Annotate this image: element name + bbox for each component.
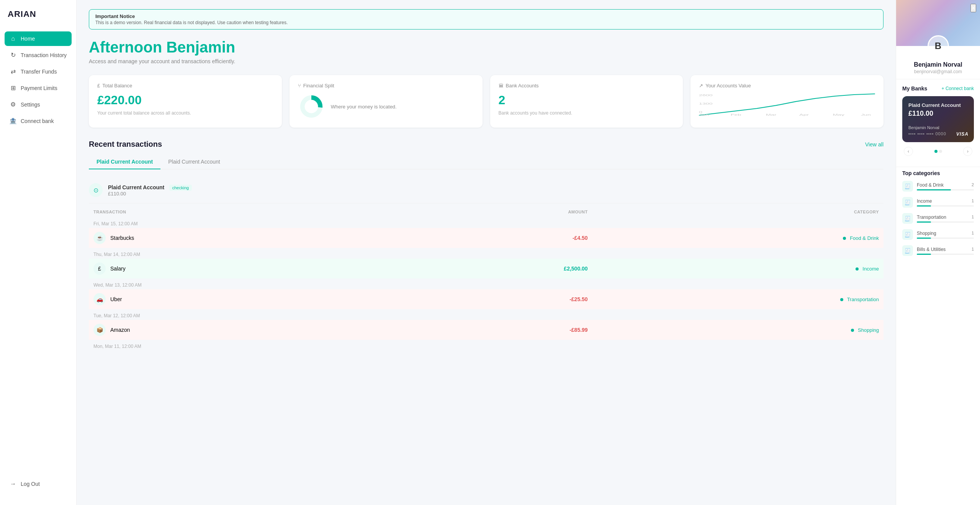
carousel-controls: ‹ › (902, 147, 974, 161)
table-row[interactable]: £ Salary £2,500.00 Income (89, 259, 883, 279)
transaction-table: TRANSACTION AMOUNT CATEGORY Fri, Mar 15,… (89, 207, 883, 351)
tx-item-name: Starbucks (110, 235, 134, 241)
svg-text:Feb: Feb (731, 113, 741, 116)
category-count: 1 (972, 198, 974, 204)
tx-category: Income (592, 259, 883, 279)
tx-name-cell: ☕ Starbucks (93, 232, 387, 244)
category-info: Food & Drink 2 (917, 182, 974, 190)
category-name: Bills & Utilities 1 (917, 247, 974, 252)
category-bar (917, 254, 931, 255)
category-bar (917, 205, 931, 207)
table-row[interactable]: ☕ Starbucks -£4.50 Food & Drink (89, 228, 883, 248)
category-icon: 🧾 (902, 197, 913, 208)
account-badge: checking (169, 185, 192, 191)
bank-accounts-card: 🏛 Bank Accounts 2 Bank accounts you have… (490, 75, 683, 128)
sidebar-item-connect-bank[interactable]: 🏦 Connect bank (5, 113, 72, 128)
date-group-row: Wed, Mar 13, 12:00 AM (89, 279, 883, 289)
cat-label: Food & Drink (850, 235, 879, 241)
total-balance-desc: Your current total balance across all ac… (97, 110, 273, 116)
sidebar-item-home[interactable]: ⌂ Home (5, 31, 72, 46)
profile-email: benjinorval@gmail.com (902, 69, 974, 74)
tx-amount: -£4.50 (392, 228, 592, 248)
sidebar-item-label: Home (21, 36, 35, 42)
category-label: Income (917, 198, 932, 204)
category-info: Transportation 1 (917, 215, 974, 223)
category-bar-bg (917, 205, 974, 207)
carousel-dots (934, 150, 942, 153)
avatar: B (928, 35, 949, 57)
account-header: ⊙ Plaid Current Account checking £110.00 (89, 177, 883, 203)
financial-split-title: ⑂ Financial Split (298, 83, 474, 89)
category-name: Income 1 (917, 198, 974, 204)
list-item: 🧾 Food & Drink 2 (902, 181, 974, 192)
close-button[interactable]: × (970, 4, 976, 12)
dot-1 (934, 150, 937, 153)
settings-icon: ⚙ (9, 101, 17, 108)
cat-dot (851, 329, 854, 332)
col-category: CATEGORY (592, 207, 883, 217)
category-info: Income 1 (917, 198, 974, 207)
carousel-prev[interactable]: ‹ (904, 147, 913, 156)
category-bar-bg (917, 238, 974, 239)
category-icon: 🧾 (902, 245, 913, 256)
notice-description: This is a demo version. Real financial d… (95, 20, 877, 25)
sidebar-item-settings[interactable]: ⚙ Settings (5, 97, 72, 112)
summary-cards: £ Total Balance £220.00 Your current tot… (89, 75, 883, 128)
category-name: Food & Drink 2 (917, 182, 974, 188)
date-group-row: Tue, Mar 12, 12:00 AM (89, 309, 883, 320)
sidebar-item-payment-limits[interactable]: ⊞ Payment Limits (5, 80, 72, 95)
total-balance-title: £ Total Balance (97, 83, 273, 89)
tab-plaid-current-1[interactable]: Plaid Current Account (89, 155, 160, 169)
svg-text:0: 0 (699, 111, 702, 114)
profile-name: Benjamin Norval (902, 61, 974, 68)
sidebar-item-label: Transfer Funds (21, 69, 57, 75)
bank-card-balance: £110.00 (908, 110, 968, 118)
tx-item-name: Uber (110, 296, 122, 302)
limits-icon: ⊞ (9, 84, 17, 92)
table-row[interactable]: 📦 Amazon -£85.99 Shopping (89, 320, 883, 340)
svg-text:Apr: Apr (799, 113, 809, 116)
greeting-name: Benjamin (166, 39, 235, 56)
tx-name-cell: 🚗 Uber (93, 293, 387, 305)
col-transaction: TRANSACTION (89, 207, 392, 217)
category-count: 2 (972, 182, 974, 188)
trend-icon: ↗ (699, 83, 703, 89)
connect-bank-button[interactable]: + Connect bank (942, 86, 974, 91)
table-row[interactable]: 🚗 Uber -£25.50 Transportation (89, 289, 883, 309)
category-label: Shopping (917, 231, 936, 236)
important-notice: Important Notice This is a demo version.… (89, 9, 883, 30)
tx-name-cell: £ Salary (93, 262, 387, 275)
tx-name-cell: 📦 Amazon (93, 324, 387, 336)
total-balance-value: £220.00 (97, 93, 273, 107)
logout-button[interactable]: → Log Out (5, 477, 72, 491)
account-details: Plaid Current Account checking £110.00 (108, 184, 192, 197)
category-bar-bg (917, 189, 974, 190)
tx-icon: ☕ (93, 232, 106, 244)
category-count: 1 (972, 231, 974, 236)
donut-chart (298, 93, 325, 120)
accounts-value-card: ↗ Your Accounts Value Jan Feb Mar Apr Ma… (690, 75, 883, 128)
svg-text:2600: 2600 (699, 94, 713, 97)
banks-section: My Banks + Connect bank Plaid Current Ac… (896, 79, 980, 167)
sidebar-item-label: Settings (21, 102, 40, 108)
tx-amount: -£85.99 (392, 320, 592, 340)
greeting-heading: Afternoon Benjamin (89, 39, 883, 56)
list-item: 🧾 Shopping 1 (902, 229, 974, 240)
sidebar-item-transaction-history[interactable]: ↻ Transaction History (5, 48, 72, 62)
tx-amount: -£25.50 (392, 289, 592, 309)
cat-label: Income (862, 266, 879, 272)
history-icon: ↻ (9, 51, 17, 59)
view-all-button[interactable]: View all (865, 141, 883, 148)
transactions-section-header: Recent transactions View all (89, 140, 883, 149)
sidebar-item-transfer-funds[interactable]: ⇄ Transfer Funds (5, 64, 72, 79)
donut-wrap: Where your money is located. (298, 93, 474, 120)
category-bar (917, 238, 931, 239)
app-logo: ARIAN (0, 9, 76, 31)
transfer-icon: ⇄ (9, 68, 17, 75)
category-label: Food & Drink (917, 182, 944, 188)
bank-card: Plaid Current Account £110.00 Benjamin N… (902, 96, 974, 142)
carousel-next[interactable]: › (963, 147, 972, 156)
transaction-tbody: Fri, Mar 15, 12:00 AM ☕ Starbucks -£4.50… (89, 217, 883, 351)
tab-plaid-current-2[interactable]: Plaid Current Account (160, 155, 227, 169)
greeting-subtitle: Access and manage your account and trans… (89, 58, 883, 64)
